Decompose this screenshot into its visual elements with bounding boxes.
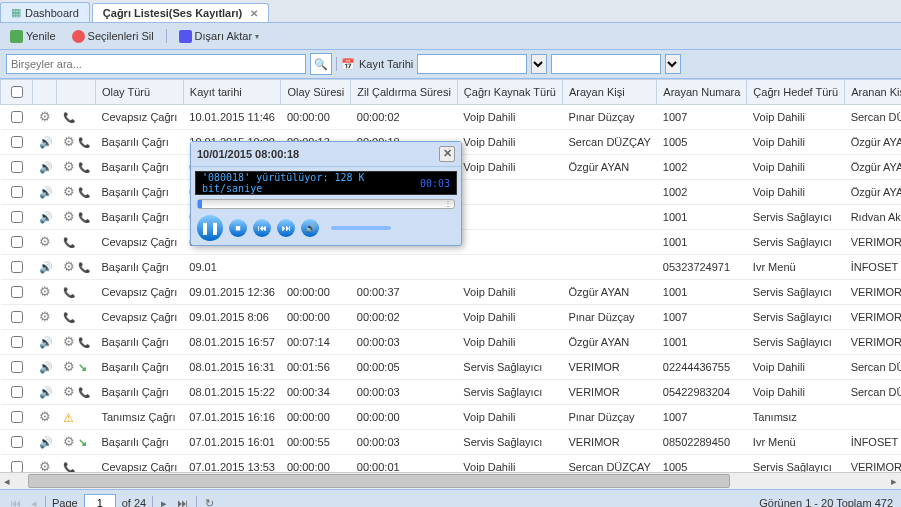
next-page-button[interactable]: ▸: [159, 497, 169, 508]
cell-cnum: 05422983204: [657, 380, 747, 405]
date-to-picker[interactable]: [665, 54, 681, 74]
tab-call-list[interactable]: Çağrı Listesi(Ses Kayıtları) ✕: [92, 3, 269, 22]
cell-ring: [351, 255, 458, 280]
table-row[interactable]: Başarılı Çağrı08.01.2015 16:5700:07:1400…: [1, 330, 902, 355]
select-all-checkbox[interactable]: [11, 86, 23, 98]
tab-dashboard[interactable]: ▦ Dashboard: [0, 2, 90, 22]
scroll-thumb[interactable]: [28, 474, 730, 488]
column-header[interactable]: [33, 80, 57, 105]
column-header[interactable]: Aranan Kişi: [845, 80, 901, 105]
date-from-input[interactable]: [417, 54, 527, 74]
row-checkbox[interactable]: [11, 386, 23, 398]
gear-icon: [63, 336, 75, 348]
cell-callee: Özgür AYAN: [845, 130, 901, 155]
volume-button[interactable]: 🔊: [301, 219, 319, 237]
table-row[interactable]: Başarılı Çağrı08.01.2015 15:2200:00:3400…: [1, 380, 902, 405]
row-checkbox[interactable]: [11, 186, 23, 198]
export-button[interactable]: Dışarı Aktar▾: [175, 29, 263, 44]
last-page-button[interactable]: ⏭: [175, 497, 190, 507]
cell-dst: Voip Dahili: [747, 380, 845, 405]
cell-dst: Ivr Menü: [747, 255, 845, 280]
scroll-right-icon[interactable]: ▸: [887, 475, 901, 488]
date-from-picker[interactable]: [531, 54, 547, 74]
close-icon[interactable]: ✕: [439, 146, 455, 162]
cell-type: Başarılı Çağrı: [96, 130, 184, 155]
column-header[interactable]: [1, 80, 33, 105]
column-header[interactable]: Çağrı Kaynak Türü: [457, 80, 562, 105]
gear-icon: [39, 411, 51, 423]
chevron-down-icon: ▾: [255, 32, 259, 41]
cell-cnum: 1002: [657, 180, 747, 205]
tab-strip: ▦ Dashboard Çağrı Listesi(Ses Kayıtları)…: [0, 0, 901, 23]
cell-dst: Servis Sağlayıcı: [747, 205, 845, 230]
row-checkbox[interactable]: [11, 211, 23, 223]
column-header[interactable]: Olay Süresi: [281, 80, 351, 105]
table-row[interactable]: Başarılı Çağrı08.01.2015 16:3100:01:5600…: [1, 355, 902, 380]
gear-icon: [63, 211, 75, 223]
grid: Olay TürüKayıt tarihiOlay SüresiZil Çald…: [0, 79, 901, 472]
next-button[interactable]: ⏭: [277, 219, 295, 237]
phone-g-icon: [78, 186, 90, 198]
play-pause-button[interactable]: ❚❚: [197, 215, 223, 241]
gear-icon: [39, 461, 51, 472]
column-header[interactable]: Kayıt tarihi: [183, 80, 281, 105]
row-checkbox[interactable]: [11, 286, 23, 298]
search-input[interactable]: [6, 54, 306, 74]
seek-bar[interactable]: ⋮: [197, 199, 455, 209]
row-checkbox[interactable]: [11, 311, 23, 323]
column-header[interactable]: Arayan Numara: [657, 80, 747, 105]
table-row[interactable]: Cevapsız Çağrı09.01.2015 8:0600:00:0000:…: [1, 305, 902, 330]
row-checkbox[interactable]: [11, 461, 23, 472]
first-page-button[interactable]: ⏮: [8, 497, 23, 507]
search-button[interactable]: 🔍: [310, 53, 332, 75]
table-row[interactable]: Tanımsız Çağrı07.01.2015 16:1600:00:0000…: [1, 405, 902, 430]
row-checkbox[interactable]: [11, 261, 23, 273]
row-checkbox[interactable]: [11, 111, 23, 123]
prev-page-button[interactable]: ◂: [29, 497, 39, 508]
delete-selected-button[interactable]: Seçilenleri Sil: [68, 29, 158, 44]
date-label: Kayıt Tarihi: [359, 58, 413, 70]
cell-cnum: 1005: [657, 455, 747, 473]
spk-icon: [39, 136, 51, 148]
scroll-left-icon[interactable]: ◂: [0, 475, 14, 488]
cell-date: 07.01.2015 16:16: [183, 405, 281, 430]
row-checkbox[interactable]: [11, 161, 23, 173]
phone-r-icon: [63, 286, 75, 298]
row-checkbox[interactable]: [11, 436, 23, 448]
volume-slider[interactable]: [331, 226, 391, 230]
row-checkbox[interactable]: [11, 411, 23, 423]
table-row[interactable]: Başarılı Çağrı09.0105323724971Ivr MenüİN…: [1, 255, 902, 280]
stop-button[interactable]: ■: [229, 219, 247, 237]
row-checkbox[interactable]: [11, 236, 23, 248]
column-header[interactable]: Çağrı Hedef Türü: [747, 80, 845, 105]
cell-cnum: 05323724971: [657, 255, 747, 280]
column-header[interactable]: Arayan Kişi: [562, 80, 656, 105]
column-header[interactable]: Zil Çaldırma Süresi: [351, 80, 458, 105]
table-row[interactable]: Cevapsız Çağrı07.01.2015 13:5300:00:0000…: [1, 455, 902, 473]
cell-src: Voip Dahili: [457, 305, 562, 330]
prev-button[interactable]: ⏮: [253, 219, 271, 237]
horizontal-scrollbar[interactable]: ◂ ▸: [0, 472, 901, 489]
arrow-icon: [78, 436, 90, 448]
date-to-input[interactable]: [551, 54, 661, 74]
cell-cnum: 02244436755: [657, 355, 747, 380]
table-row[interactable]: Cevapsız Çağrı10.01.2015 11:4600:00:0000…: [1, 105, 902, 130]
column-header[interactable]: Olay Türü: [96, 80, 184, 105]
gear-icon: [63, 136, 75, 148]
table-row[interactable]: Cevapsız Çağrı09.01.2015 12:3600:00:0000…: [1, 280, 902, 305]
cell-src: Voip Dahili: [457, 280, 562, 305]
row-checkbox[interactable]: [11, 336, 23, 348]
refresh-button[interactable]: ↻: [203, 497, 216, 508]
refresh-button[interactable]: Yenile: [6, 29, 60, 44]
spk-icon: [39, 261, 51, 273]
table-row[interactable]: Başarılı Çağrı07.01.2015 16:0100:00:5500…: [1, 430, 902, 455]
search-icon: 🔍: [314, 58, 328, 71]
close-icon[interactable]: ✕: [250, 8, 258, 19]
page-input[interactable]: [84, 494, 116, 507]
row-checkbox[interactable]: [11, 361, 23, 373]
cell-src: [457, 255, 562, 280]
column-header[interactable]: [57, 80, 96, 105]
spk-icon: [39, 186, 51, 198]
row-checkbox[interactable]: [11, 136, 23, 148]
export-icon: [179, 30, 192, 43]
